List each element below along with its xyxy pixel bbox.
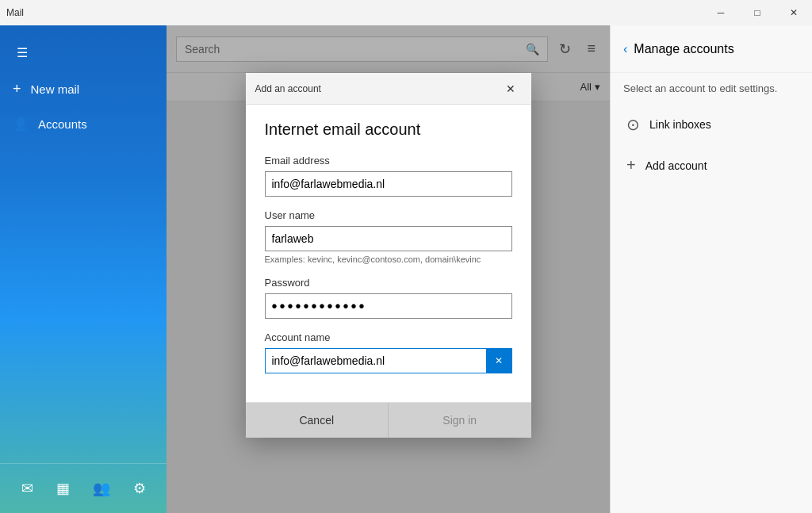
accounts-nav-item[interactable]: 👤 Accounts <box>0 107 167 141</box>
right-panel-subtitle: Select an account to edit settings. <box>611 73 812 104</box>
titlebar-left: Mail <box>0 7 24 18</box>
add-account-label: Add account <box>645 159 707 172</box>
sidebar-bottom: ✉ ▦ 👥 ⚙ <box>0 463 167 513</box>
dialog-close-button[interactable]: ✕ <box>500 78 522 100</box>
username-input[interactable] <box>265 226 512 251</box>
signin-button[interactable]: Sign in <box>389 403 531 438</box>
hamburger-button[interactable]: ☰ <box>6 36 38 68</box>
add-account-icon: + <box>626 156 636 174</box>
settings-bottom-icon[interactable]: ⚙ <box>127 473 152 503</box>
minimize-button[interactable]: ─ <box>703 0 739 25</box>
accounts-icon: 👤 <box>13 117 29 132</box>
new-mail-button[interactable]: + New mail <box>0 71 167 107</box>
dialog-titlebar: Add an account ✕ <box>246 73 531 105</box>
hamburger-icon: ☰ <box>17 45 28 60</box>
link-inboxes-icon: ⊙ <box>626 115 640 134</box>
dialog-footer: Cancel Sign in <box>246 402 531 438</box>
app-title: Mail <box>6 7 24 18</box>
dialog-content: Internet email account Email address Use… <box>246 105 531 402</box>
account-name-label: Account name <box>265 331 512 343</box>
sidebar-top: ☰ + New mail 👤 Accounts <box>0 25 167 463</box>
new-mail-icon: + <box>13 81 21 98</box>
dialog-overlay: Add an account ✕ Internet email account … <box>167 25 610 513</box>
right-panel: ‹ Manage accounts Select an account to e… <box>610 25 812 513</box>
account-name-clear-button[interactable]: ✕ <box>486 348 511 373</box>
link-inboxes-item[interactable]: ⊙ Link inboxes <box>611 104 812 145</box>
username-hint: Examples: kevinc, kevinc@contoso.com, do… <box>265 255 512 264</box>
password-label: Password <box>265 277 512 289</box>
dialog-title: Add an account <box>255 83 321 94</box>
account-name-wrapper: ✕ <box>265 348 512 373</box>
accounts-label: Accounts <box>38 117 87 131</box>
email-form-group: Email address <box>265 155 512 197</box>
account-name-input[interactable] <box>266 349 486 373</box>
new-mail-label: New mail <box>31 82 80 96</box>
password-input[interactable] <box>265 293 512 319</box>
add-account-dialog: Add an account ✕ Internet email account … <box>246 73 531 438</box>
account-name-form-group: Account name ✕ <box>265 331 512 373</box>
right-panel-title: Manage accounts <box>634 42 733 56</box>
email-label: Email address <box>265 155 512 167</box>
right-panel-header: ‹ Manage accounts <box>611 25 812 73</box>
email-input[interactable] <box>265 171 512 197</box>
cancel-button[interactable]: Cancel <box>246 403 389 438</box>
calendar-bottom-icon[interactable]: ▦ <box>50 473 76 503</box>
back-arrow-icon[interactable]: ‹ <box>623 42 627 56</box>
password-form-group: Password <box>265 277 512 319</box>
username-form-group: User name Examples: kevinc, kevinc@conto… <box>265 209 512 264</box>
clear-icon: ✕ <box>495 355 503 366</box>
maximize-button[interactable]: □ <box>739 0 776 25</box>
titlebar: Mail ─ □ ✕ <box>0 0 812 25</box>
people-bottom-icon[interactable]: 👥 <box>86 473 117 503</box>
sidebar: ☰ + New mail 👤 Accounts ✉ ▦ 👥 ⚙ <box>0 25 167 513</box>
dialog-heading: Internet email account <box>265 121 512 139</box>
close-button[interactable]: ✕ <box>776 0 812 25</box>
mail-bottom-icon[interactable]: ✉ <box>15 473 40 503</box>
username-label: User name <box>265 209 512 221</box>
link-inboxes-label: Link inboxes <box>649 118 711 131</box>
add-account-item[interactable]: + Add account <box>611 145 812 186</box>
titlebar-controls: ─ □ ✕ <box>703 0 812 25</box>
